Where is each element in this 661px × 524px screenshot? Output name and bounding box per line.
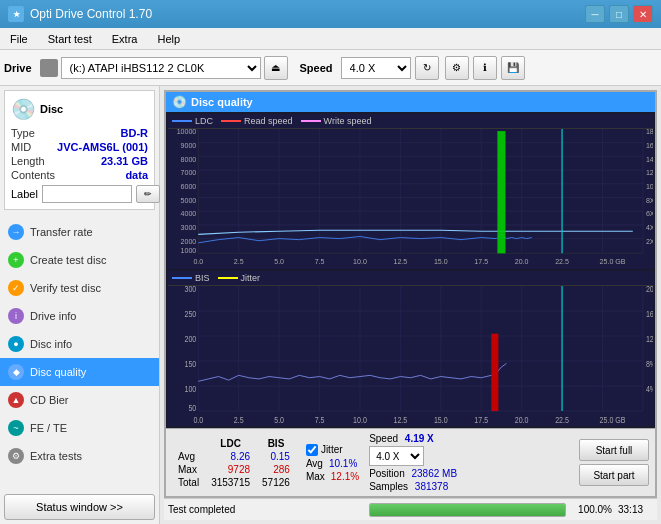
total-bis: 57126: [256, 476, 296, 489]
svg-text:8X: 8X: [646, 196, 653, 205]
jitter-legend-label: Jitter: [241, 273, 261, 283]
svg-text:14X: 14X: [646, 155, 653, 164]
svg-text:17.5: 17.5: [474, 257, 488, 266]
status-window-button[interactable]: Status window >>: [4, 494, 155, 520]
avg-bis: 0.15: [256, 450, 296, 463]
svg-text:15.0: 15.0: [434, 257, 448, 266]
sidebar-item-create-test-disc[interactable]: + Create test disc: [0, 246, 159, 274]
ldc-col-header: LDC: [205, 437, 256, 450]
total-row-label: Total: [172, 476, 205, 489]
jitter-section: Jitter Avg 10.1% Max 12.1%: [306, 444, 359, 482]
top-chart-svg: 10000 9000 8000 7000 6000 5000 4000 3000…: [168, 129, 653, 266]
svg-text:20.0: 20.0: [515, 257, 529, 266]
svg-text:12.5: 12.5: [394, 257, 408, 266]
progress-row: Test completed 100.0% 33:13: [164, 498, 657, 520]
sidebar-item-fe-te[interactable]: ~ FE / TE: [0, 414, 159, 442]
type-label: Type: [11, 127, 35, 139]
write-speed-legend-color: [301, 120, 321, 122]
menu-start-test[interactable]: Start test: [42, 31, 98, 47]
disc-label-label: Label: [11, 188, 38, 200]
bottom-chart-legend: BIS Jitter: [168, 271, 653, 286]
svg-text:250: 250: [184, 309, 196, 319]
refresh-button[interactable]: ↻: [415, 56, 439, 80]
menu-help[interactable]: Help: [151, 31, 186, 47]
sidebar-item-extra-tests[interactable]: ⚙ Extra tests: [0, 442, 159, 470]
extra-tests-label: Extra tests: [30, 450, 82, 462]
maximize-button[interactable]: □: [609, 5, 629, 23]
jitter-checkbox[interactable]: [306, 444, 318, 456]
panel-header: 💿 Disc quality: [166, 92, 655, 112]
speed-stat-label: Speed: [369, 433, 398, 444]
disc-quality-label: Disc quality: [30, 366, 86, 378]
verify-test-label: Verify test disc: [30, 282, 101, 294]
jitter-max-value: 12.1%: [331, 471, 359, 482]
menu-extra[interactable]: Extra: [106, 31, 144, 47]
mid-value: JVC-AMS6L (001): [57, 141, 148, 153]
minimize-button[interactable]: ─: [585, 5, 605, 23]
svg-text:150: 150: [184, 359, 196, 369]
bis-col-header: BIS: [256, 437, 296, 450]
app-icon: ★: [8, 6, 24, 22]
svg-text:25.0 GB: 25.0 GB: [600, 415, 626, 423]
fe-te-label: FE / TE: [30, 422, 67, 434]
svg-text:7.5: 7.5: [315, 257, 325, 266]
progress-bar: [369, 503, 566, 517]
charts-container: LDC Read speed Write speed: [166, 112, 655, 428]
svg-text:20.0: 20.0: [515, 415, 529, 423]
drive-select[interactable]: (k:) ATAPI iHBS112 2 CL0K: [61, 57, 261, 79]
svg-text:0.0: 0.0: [193, 415, 203, 423]
menu-file[interactable]: File: [4, 31, 34, 47]
stats-panel: LDC BIS Avg 8.26 0.15 Max 9728 286 Tot: [166, 428, 655, 496]
svg-text:4000: 4000: [181, 209, 197, 218]
mid-label: MID: [11, 141, 31, 153]
sidebar-item-disc-quality[interactable]: ◆ Disc quality: [0, 358, 159, 386]
svg-text:16%: 16%: [646, 309, 653, 319]
samples-label: Samples: [369, 481, 408, 492]
svg-text:15.0: 15.0: [434, 415, 448, 423]
svg-text:17.5: 17.5: [474, 415, 488, 423]
panel-title: Disc quality: [191, 96, 253, 108]
sidebar-item-verify-test-disc[interactable]: ✓ Verify test disc: [0, 274, 159, 302]
svg-text:18X: 18X: [646, 129, 653, 136]
status-text: Test completed: [168, 504, 363, 515]
svg-text:2X: 2X: [646, 237, 653, 246]
sidebar-item-disc-info[interactable]: ● Disc info: [0, 330, 159, 358]
eject-button[interactable]: ⏏: [264, 56, 288, 80]
svg-text:3000: 3000: [181, 223, 197, 232]
progress-bar-fill: [370, 504, 565, 516]
transfer-rate-label: Transfer rate: [30, 226, 93, 238]
close-button[interactable]: ✕: [633, 5, 653, 23]
disc-label-edit-button[interactable]: ✏: [136, 185, 160, 203]
speed-select[interactable]: 4.0 X: [341, 57, 411, 79]
sidebar-item-transfer-rate[interactable]: → Transfer rate: [0, 218, 159, 246]
info-button[interactable]: ℹ: [473, 56, 497, 80]
svg-text:6X: 6X: [646, 209, 653, 218]
disc-label-input[interactable]: [42, 185, 132, 203]
svg-text:2.5: 2.5: [234, 257, 244, 266]
speed-section: Speed 4.19 X 4.0 X Position 23862 MB Sam…: [369, 433, 457, 492]
start-full-button[interactable]: Start full: [579, 439, 649, 461]
config-button[interactable]: ⚙: [445, 56, 469, 80]
total-ldc: 3153715: [205, 476, 256, 489]
speed-stat-select[interactable]: 4.0 X: [369, 446, 424, 466]
toolbar: Drive (k:) ATAPI iHBS112 2 CL0K ⏏ Speed …: [0, 50, 661, 86]
disc-quality-panel: 💿 Disc quality LDC Read speed: [164, 90, 657, 498]
sidebar-item-drive-info[interactable]: i Drive info: [0, 302, 159, 330]
sidebar-item-cd-bier[interactable]: ▲ CD Bier: [0, 386, 159, 414]
max-bis: 286: [256, 463, 296, 476]
status-window-label: Status window >>: [36, 501, 123, 513]
app-title: Opti Drive Control 1.70: [30, 7, 152, 21]
type-value: BD-R: [121, 127, 149, 139]
avg-ldc: 8.26: [205, 450, 256, 463]
svg-text:12%: 12%: [646, 334, 653, 344]
avg-row-label: Avg: [172, 450, 205, 463]
position-label: Position: [369, 468, 405, 479]
disc-icon: 💿: [11, 97, 36, 121]
position-value: 23862 MB: [412, 468, 458, 479]
svg-text:1000: 1000: [181, 246, 197, 255]
svg-text:6000: 6000: [181, 182, 197, 191]
speed-stat-value: 4.19 X: [405, 433, 434, 444]
start-part-button[interactable]: Start part: [579, 464, 649, 486]
save-button[interactable]: 💾: [501, 56, 525, 80]
disc-panel: 💿 Disc Type BD-R MID JVC-AMS6L (001) Len…: [4, 90, 155, 210]
